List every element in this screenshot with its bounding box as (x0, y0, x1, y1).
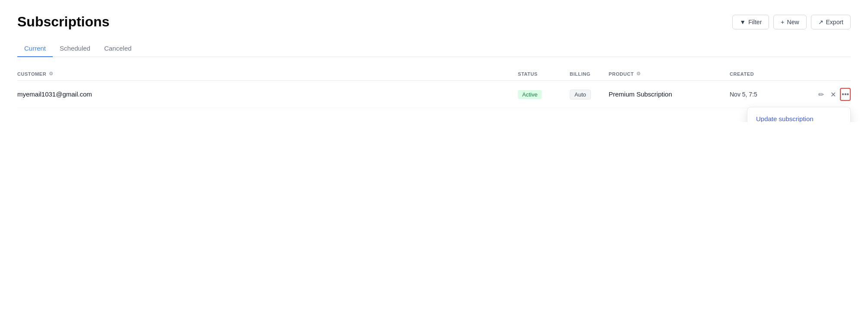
filter-icon: ▼ (740, 19, 746, 26)
new-button[interactable]: + New (773, 15, 806, 29)
tab-scheduled[interactable]: Scheduled (53, 40, 97, 57)
close-icon: ✕ (830, 90, 836, 99)
col-status: STATUS (518, 71, 570, 77)
product-name: Premium Subscription (609, 90, 672, 98)
edit-button[interactable]: ✏ (816, 88, 827, 101)
export-button[interactable]: ↗ Export (811, 15, 851, 29)
billing-badge: Auto (570, 90, 591, 100)
customer-settings-icon[interactable]: ⚙ (49, 71, 55, 77)
billing-cell: Auto (570, 90, 609, 100)
subscriptions-table: CUSTOMER ⚙ STATUS BILLING PRODUCT ⚙ CREA… (17, 68, 851, 108)
col-actions (816, 71, 851, 77)
col-billing: BILLING (570, 71, 609, 77)
filter-button[interactable]: ▼ Filter (732, 15, 769, 29)
created-date: Nov 5, 7:5 (730, 91, 757, 98)
edit-icon: ✏ (818, 90, 824, 99)
customer-email: myemail1031@gmail.com (17, 90, 92, 98)
status-cell: Active (518, 90, 570, 99)
page-header: Subscriptions ▼ Filter + New ↗ Export (17, 14, 851, 30)
customer-cell: myemail1031@gmail.com (17, 90, 518, 98)
more-icon: ••• (842, 90, 849, 98)
update-subscription-item[interactable]: Update subscription (747, 110, 850, 122)
col-customer: CUSTOMER ⚙ (17, 71, 518, 77)
col-created: CREATED (730, 71, 816, 77)
table-header: CUSTOMER ⚙ STATUS BILLING PRODUCT ⚙ CREA… (17, 68, 851, 81)
table-row: myemail1031@gmail.com Active Auto Premiu… (17, 81, 851, 108)
close-button[interactable]: ✕ (828, 88, 839, 101)
col-product: PRODUCT ⚙ (609, 71, 730, 77)
export-icon: ↗ (818, 19, 823, 26)
product-settings-icon[interactable]: ⚙ (636, 71, 642, 77)
status-badge: Active (518, 90, 542, 99)
page-title: Subscriptions (17, 14, 109, 30)
plus-icon: + (781, 19, 784, 26)
tabs-container: Current Scheduled Canceled (17, 40, 851, 57)
product-cell: Premium Subscription (609, 90, 730, 98)
created-cell: Nov 5, 7:5 (730, 90, 816, 98)
header-actions: ▼ Filter + New ↗ Export (732, 15, 851, 29)
tab-current[interactable]: Current (17, 40, 53, 57)
dropdown-menu: Update subscription Cancel subscription … (747, 107, 851, 122)
tab-canceled[interactable]: Canceled (97, 40, 138, 57)
row-actions: ✏ ✕ ••• (816, 88, 851, 101)
more-button[interactable]: ••• (840, 88, 851, 101)
